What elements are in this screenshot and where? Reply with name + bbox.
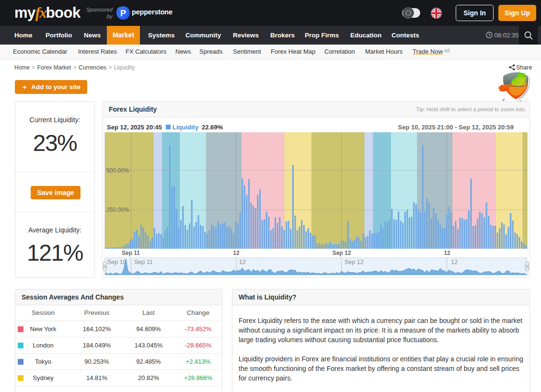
svg-text:250.00%: 250.00% <box>106 207 129 213</box>
svg-text:12: 12 <box>444 250 450 256</box>
svg-text:22.69%: 22.69% <box>202 124 223 131</box>
svg-text:Sep 10, 2025 21:00 - Sep 12, 2: Sep 10, 2025 21:00 - Sep 12, 2025 20:59 <box>398 124 514 131</box>
svg-text:Liquidity: Liquidity <box>173 124 199 131</box>
svg-text:Sep 12: Sep 12 <box>333 250 351 256</box>
svg-text:500.00%: 500.00% <box>106 167 129 174</box>
svg-text:Sep 12: Sep 12 <box>345 259 364 265</box>
svg-text:P: P <box>120 9 126 18</box>
svg-text:12: 12 <box>451 259 458 265</box>
svg-text:Sep 12, 2025 20:45: Sep 12, 2025 20:45 <box>107 124 162 131</box>
svg-text:12: 12 <box>233 250 240 256</box>
svg-text:Sep 11: Sep 11 <box>122 250 140 256</box>
svg-text:Sep 11: Sep 11 <box>134 259 153 265</box>
svg-text:Sep 10: Sep 10 <box>107 259 127 265</box>
svg-text:12: 12 <box>239 259 246 265</box>
